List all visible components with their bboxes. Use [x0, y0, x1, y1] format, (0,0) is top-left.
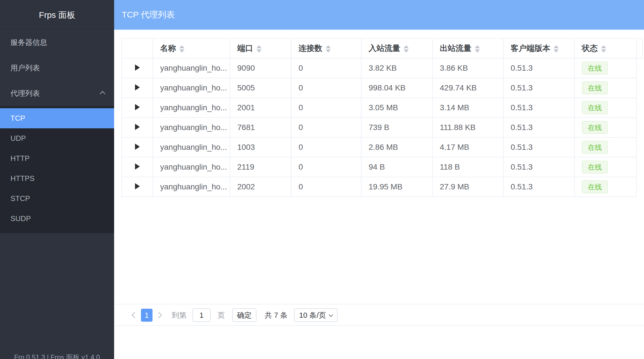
sort-desc-icon[interactable]: [256, 49, 262, 53]
cell-traffic-in: 998.04 KB: [361, 78, 432, 98]
column-header-expand: [122, 38, 153, 58]
sidebar-item-http[interactable]: HTTP: [0, 148, 114, 168]
sidebar-item-server-info[interactable]: 服务器信息: [0, 30, 114, 55]
expand-row-icon[interactable]: [135, 84, 140, 90]
goto-page-input[interactable]: [192, 308, 211, 322]
cell-status: 在线: [575, 157, 636, 177]
page-number-button[interactable]: 1: [141, 309, 153, 322]
cell-expand: [122, 98, 153, 118]
table-row: yanghuanglin_ho... 7681 0 739 B 111.88 K…: [122, 118, 643, 137]
sort-desc-icon[interactable]: [326, 49, 331, 53]
sort-asc-icon[interactable]: [179, 45, 184, 48]
sort-desc-icon[interactable]: [179, 49, 184, 53]
cell-port: 2001: [230, 98, 291, 118]
sidebar-item-proxy-list-label: 代理列表: [10, 89, 40, 98]
cell-client-version: 0.51.3: [503, 118, 575, 137]
version-footer: Frp 0.51.3 | Frps 面板 v1.4.0: [0, 353, 114, 359]
expand-row-icon[interactable]: [135, 183, 140, 189]
column-header-traffic-in[interactable]: 入站流量: [361, 38, 432, 58]
sidebar-item-proxy-list[interactable]: 代理列表: [0, 81, 114, 106]
cell-connections: 0: [291, 157, 361, 177]
cell-status: 在线: [575, 58, 636, 78]
cell-gutter: [636, 157, 643, 177]
table-body: yanghuanglin_ho... 9090 0 3.82 KB 3.86 K…: [122, 58, 643, 197]
prev-page-button[interactable]: [129, 308, 141, 322]
cell-traffic-out: 3.14 MB: [432, 98, 503, 118]
cell-traffic-in: 19.95 MB: [361, 177, 432, 197]
expand-row-icon[interactable]: [135, 144, 140, 150]
expand-row-icon[interactable]: [135, 64, 140, 71]
page-size-select[interactable]: 10 条/页: [294, 308, 338, 322]
sort-caret-icon[interactable]: [601, 45, 606, 53]
sidebar-item-tcp[interactable]: TCP: [0, 108, 114, 128]
cell-traffic-out: 4.17 MB: [432, 137, 503, 157]
sort-desc-icon[interactable]: [601, 49, 606, 53]
sidebar-item-sudp[interactable]: SUDP: [0, 209, 114, 229]
sort-asc-icon[interactable]: [256, 45, 262, 48]
cell-traffic-in: 2.86 MB: [361, 137, 432, 157]
sort-caret-icon[interactable]: [179, 45, 184, 53]
table-row: yanghuanglin_ho... 1003 0 2.86 MB 4.17 M…: [122, 137, 643, 157]
cell-status: 在线: [575, 78, 636, 98]
sort-desc-icon[interactable]: [554, 49, 559, 53]
column-header-traffic-out[interactable]: 出站流量: [432, 38, 503, 58]
column-header-traffic-out-label: 出站流量: [440, 44, 471, 53]
chevron-right-icon: [156, 312, 162, 319]
table-row: yanghuanglin_ho... 2002 0 19.95 MB 27.9 …: [122, 177, 643, 197]
cell-client-version: 0.51.3: [503, 78, 575, 98]
sort-caret-icon[interactable]: [404, 45, 409, 53]
table-row: yanghuanglin_ho... 2001 0 3.05 MB 3.14 M…: [122, 98, 643, 118]
confirm-button[interactable]: 确定: [232, 308, 256, 322]
sidebar-item-https[interactable]: HTTPS: [0, 168, 114, 189]
cell-port: 9090: [230, 58, 291, 78]
expand-row-icon[interactable]: [135, 104, 140, 110]
sidebar-menu: 服务器信息 用户列表 代理列表 TCP UDP HTTP HTTPS STCP …: [0, 30, 114, 233]
cell-expand: [122, 118, 153, 137]
cell-name: yanghuanglin_ho...: [153, 58, 230, 78]
sort-asc-icon[interactable]: [326, 45, 331, 48]
cell-status: 在线: [575, 177, 636, 197]
cell-traffic-in: 739 B: [361, 118, 432, 137]
proxy-table: 名称 端口 连接数 入站流量 出站流量 客户端版本 状态 yanghuangli…: [121, 38, 643, 197]
sort-asc-icon[interactable]: [554, 45, 559, 48]
expand-row-icon[interactable]: [135, 124, 140, 130]
cell-status: 在线: [575, 137, 636, 157]
sidebar-item-stcp[interactable]: STCP: [0, 189, 114, 209]
sort-caret-icon[interactable]: [475, 45, 480, 53]
cell-name: yanghuanglin_ho...: [153, 137, 230, 157]
column-header-connections[interactable]: 连接数: [291, 38, 361, 58]
page-unit-label: 页: [217, 310, 225, 320]
column-header-client-version[interactable]: 客户端版本: [503, 38, 575, 58]
cell-port: 7681: [230, 118, 291, 137]
cell-client-version: 0.51.3: [503, 177, 575, 197]
sort-desc-icon[interactable]: [404, 49, 409, 53]
sort-asc-icon[interactable]: [601, 45, 606, 48]
column-header-connections-label: 连接数: [299, 44, 322, 53]
sidebar-item-user-list[interactable]: 用户列表: [0, 55, 114, 81]
sort-asc-icon[interactable]: [404, 45, 409, 48]
expand-row-icon[interactable]: [135, 163, 140, 170]
scrollbar-gutter: [636, 38, 643, 58]
cell-connections: 0: [291, 78, 361, 98]
sort-caret-icon[interactable]: [554, 45, 559, 53]
cell-connections: 0: [291, 137, 361, 157]
cell-client-version: 0.51.3: [503, 137, 575, 157]
next-page-button[interactable]: [153, 308, 165, 322]
sort-caret-icon[interactable]: [256, 45, 262, 53]
sort-desc-icon[interactable]: [475, 49, 480, 53]
cell-client-version: 0.51.3: [503, 157, 575, 177]
sort-asc-icon[interactable]: [475, 45, 480, 48]
cell-gutter: [636, 58, 643, 78]
cell-port: 2119: [230, 157, 291, 177]
proxy-table-wrap: 名称 端口 连接数 入站流量 出站流量 客户端版本 状态 yanghuangli…: [121, 38, 643, 197]
pagination-divider-top: [114, 304, 644, 304]
sidebar: Frps 面板 服务器信息 用户列表 代理列表 TCP UDP HTTP HTT…: [0, 0, 114, 359]
column-header-port[interactable]: 端口: [230, 38, 291, 58]
column-header-name[interactable]: 名称: [153, 38, 230, 58]
sort-caret-icon[interactable]: [326, 45, 331, 53]
table-header-row: 名称 端口 连接数 入站流量 出站流量 客户端版本 状态: [122, 38, 643, 58]
column-header-client-version-label: 客户端版本: [511, 44, 550, 53]
sidebar-item-udp[interactable]: UDP: [0, 128, 114, 148]
cell-status: 在线: [575, 118, 636, 137]
column-header-status[interactable]: 状态: [575, 38, 636, 58]
